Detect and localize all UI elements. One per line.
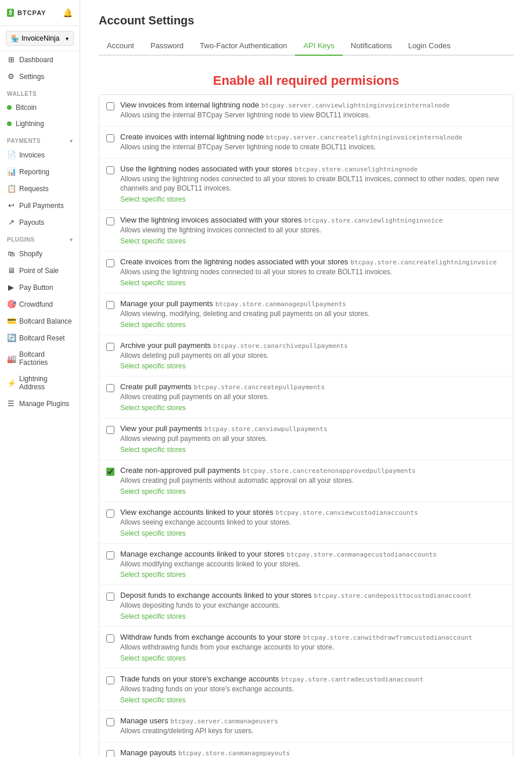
crowdfund-icon: 🎯 [7, 300, 15, 308]
permission-checkbox-view-invoices-internal[interactable] [106, 102, 114, 110]
permission-store-link[interactable]: Select specific stores [120, 612, 506, 620]
payments-collapse-icon[interactable]: ▾ [70, 138, 73, 144]
permission-content: View invoices from internal lightning no… [120, 101, 506, 120]
permission-store-link[interactable]: Select specific stores [120, 529, 506, 537]
permission-row: Manage exchange accounts linked to your … [99, 544, 513, 586]
tab-api-keys[interactable]: API Keys [295, 37, 342, 56]
payments-label: PAYMENTS [7, 138, 41, 144]
permission-desc: Allows using the internal BTCpay Server … [120, 110, 506, 120]
permission-checkbox-manage-pull-payments[interactable] [106, 301, 114, 309]
sidebar-item-settings[interactable]: ⚙ Settings [0, 68, 80, 85]
permission-checkbox-trade-exchange-accounts[interactable] [106, 676, 114, 684]
permission-store-link[interactable]: Select specific stores [120, 279, 506, 287]
sidebar-item-label: Crowdfund [19, 300, 53, 308]
plugins-section: 🛍 Shopify 🖥 Point of Sale ▶ Pay Button 🎯… [0, 245, 80, 412]
tab-password[interactable]: Password [142, 37, 192, 56]
sidebar-item-boltcard-factories[interactable]: 🏭 Boltcard Factories [0, 346, 80, 371]
permission-checkbox-create-invoices-internal[interactable] [106, 134, 114, 142]
sidebar-item-pull-payments[interactable]: ↩ Pull Payments [0, 197, 80, 214]
sidebar-item-payouts[interactable]: ↗ Payouts [0, 214, 80, 231]
sidebar-item-boltcard-reset[interactable]: 🔄 Boltcard Reset [0, 329, 80, 346]
sidebar-item-bitcoin[interactable]: Bitcoin [0, 99, 80, 116]
permission-row: Manage your pull paymentsbtcpay.store.ca… [99, 293, 513, 335]
permission-checkbox-archive-pull-payments[interactable] [106, 343, 114, 351]
bell-icon[interactable]: 🔔 [63, 8, 73, 17]
store-selector[interactable]: 🏪 InvoiceNinja ▾ [0, 26, 80, 51]
sidebar-item-shopify[interactable]: 🛍 Shopify [0, 245, 80, 262]
tabs-bar: Account Password Two-Factor Authenticati… [99, 37, 513, 56]
permission-store-link[interactable]: Select specific stores [120, 321, 506, 329]
permission-content: Manage your pull paymentsbtcpay.store.ca… [120, 299, 506, 329]
permission-code: btcpay.store.cancreatenonapprovedpullpay… [243, 467, 416, 475]
permission-checkbox-view-pull-payments[interactable] [106, 426, 114, 434]
permission-content: View exchange accounts linked to your st… [120, 508, 506, 537]
enable-all-text: Enable all required permisions [213, 73, 399, 88]
permission-checkbox-view-lightning-invoices-stores[interactable] [106, 217, 114, 225]
store-selector-button[interactable]: 🏪 InvoiceNinja ▾ [6, 31, 74, 46]
permission-row: Create invoices with internal lightning … [99, 127, 513, 159]
permission-code: btcpay.store.canviewpullpayments [204, 425, 328, 433]
permission-checkbox-view-exchange-accounts[interactable] [106, 510, 114, 518]
plugins-collapse-icon[interactable]: ▾ [70, 236, 73, 243]
permission-checkbox-create-nonapproved-pull-payments[interactable] [106, 468, 114, 476]
store-name: InvoiceNinja [21, 34, 59, 42]
manage-plugins-icon: ☰ [7, 399, 15, 408]
permission-store-link[interactable]: Select specific stores [120, 446, 506, 454]
sidebar-item-lightning-address[interactable]: ⚡ Lightning Address [0, 371, 80, 395]
permission-code: btcpay.store.cancreatepullpayments [194, 383, 325, 391]
permission-store-link[interactable]: Select specific stores [120, 571, 506, 579]
sidebar-item-invoices[interactable]: 📄 Invoices [0, 146, 80, 163]
permission-content: View the lightning invoices associated w… [120, 216, 506, 245]
sidebar-logo-text: BTCPAY [17, 9, 46, 16]
permission-desc: Allows using the lightning nodes connect… [120, 267, 506, 277]
reporting-icon: 📊 [7, 167, 15, 176]
sidebar-logo-area: ₿ BTCPAY 🔔 [0, 0, 80, 26]
plugins-label: PLUGINS [7, 236, 35, 243]
sidebar-item-crowdfund[interactable]: 🎯 Crowdfund [0, 296, 80, 313]
permission-row: Deposit funds to exchange accounts linke… [99, 585, 513, 627]
permission-checkbox-deposit-exchange-accounts[interactable] [106, 593, 114, 601]
permission-desc: Allows viewing the lightning invoices co… [120, 225, 506, 235]
tab-two-factor[interactable]: Two-Factor Authentication [192, 37, 295, 56]
permission-desc: Allows using the internal BTCpay Server … [120, 142, 506, 152]
sidebar-item-boltcard-balance[interactable]: 💳 Boltcard Balance [0, 313, 80, 329]
permission-code: btcpay.store.canmanagepayouts [178, 749, 290, 757]
permission-store-link[interactable]: Select specific stores [120, 404, 506, 412]
sidebar-item-point-of-sale[interactable]: 🖥 Point of Sale [0, 262, 80, 279]
permission-content: Create non-approved pull paymentsbtcpay.… [120, 466, 506, 496]
tab-account[interactable]: Account [99, 37, 142, 56]
permission-store-link[interactable]: Select specific stores [120, 237, 506, 245]
boltcard-reset-icon: 🔄 [7, 333, 15, 342]
sidebar-item-label: Dashboard [19, 56, 53, 64]
sidebar-item-dashboard[interactable]: ⊞ Dashboard [0, 51, 80, 68]
sidebar-item-lightning[interactable]: Lightning [0, 116, 80, 132]
boltcard-factories-icon: 🏭 [7, 354, 15, 363]
permission-desc: Allows creating pull payments on all you… [120, 392, 506, 402]
permission-store-link[interactable]: Select specific stores [120, 487, 506, 496]
permission-checkbox-use-lightning-nodes-stores[interactable] [106, 166, 114, 174]
permission-code: btcpay.store.candeposittocustodianaccoun… [314, 592, 472, 600]
permission-store-link[interactable]: Select specific stores [120, 654, 506, 662]
permission-desc: Allows viewing pull payments on all your… [120, 434, 506, 444]
permission-checkbox-create-invoices-lightning-stores[interactable] [106, 259, 114, 267]
sidebar-item-reporting[interactable]: 📊 Reporting [0, 163, 80, 180]
permission-content: Create invoices with internal lightning … [120, 132, 506, 152]
permission-checkbox-manage-users[interactable] [106, 718, 114, 726]
permission-checkbox-manage-payouts[interactable] [106, 750, 114, 757]
tab-notifications[interactable]: Notifications [343, 37, 400, 56]
permission-title: Create non-approved pull paymentsbtcpay.… [120, 466, 506, 475]
permission-row: View the lightning invoices associated w… [99, 210, 513, 252]
permission-checkbox-manage-exchange-accounts[interactable] [106, 551, 114, 559]
sidebar-item-label: Bitcoin [16, 103, 37, 112]
main-content: Account Settings Account Password Two-Fa… [80, 0, 532, 757]
permission-checkbox-withdraw-exchange-accounts[interactable] [106, 634, 114, 643]
tab-login-codes[interactable]: Login Codes [400, 37, 459, 56]
sidebar-item-requests[interactable]: 📋 Requests [0, 180, 80, 197]
permission-checkbox-create-pull-payments[interactable] [106, 384, 114, 392]
permission-store-link[interactable]: Select specific stores [120, 195, 506, 203]
sidebar-item-manage-plugins[interactable]: ☰ Manage Plugins [0, 395, 80, 412]
permission-title: Manage usersbtcpay.server.canmanageusers [120, 716, 506, 725]
sidebar-item-pay-button[interactable]: ▶ Pay Button [0, 279, 80, 296]
permission-store-link[interactable]: Select specific stores [120, 696, 506, 704]
permission-store-link[interactable]: Select specific stores [120, 362, 506, 370]
